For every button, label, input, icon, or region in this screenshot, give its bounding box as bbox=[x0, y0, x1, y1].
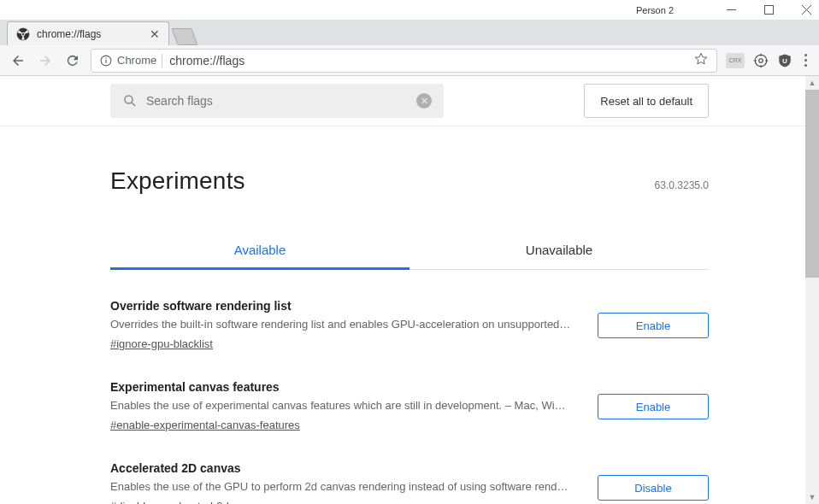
svg-point-12 bbox=[759, 58, 763, 62]
flag-anchor-link[interactable]: #ignore-gpu-blacklist bbox=[110, 337, 213, 350]
reset-all-button[interactable]: Reset all to default bbox=[584, 84, 709, 118]
top-panel: ✕ Reset all to default bbox=[0, 76, 819, 126]
version-label: 63.0.3235.0 bbox=[655, 179, 709, 191]
tab-title: chrome://flags bbox=[37, 28, 143, 40]
search-box[interactable]: ✕ bbox=[110, 84, 444, 118]
flag-title: Accelerated 2D canvas bbox=[110, 461, 580, 475]
maximize-icon[interactable] bbox=[763, 4, 775, 16]
svg-point-7 bbox=[22, 32, 24, 34]
svg-rect-1 bbox=[764, 6, 773, 15]
svg-text:U: U bbox=[782, 57, 787, 65]
browser-tab[interactable]: chrome://flags ✕ bbox=[7, 21, 169, 45]
flag-item: Experimental canvas features Enables the… bbox=[110, 380, 709, 432]
close-icon[interactable] bbox=[800, 4, 812, 16]
browser-menu-icon[interactable] bbox=[801, 54, 810, 67]
flag-title: Override software rendering list bbox=[110, 299, 580, 313]
flag-anchor-link[interactable]: #enable-experimental-canvas-features bbox=[110, 419, 300, 431]
reload-button[interactable] bbox=[63, 51, 82, 70]
scroll-down-icon[interactable]: ▼ bbox=[805, 490, 819, 504]
origin-label: Chrome bbox=[117, 54, 156, 67]
flag-title: Experimental canvas features bbox=[110, 380, 580, 394]
svg-rect-9 bbox=[105, 59, 106, 62]
flag-action-button[interactable]: Disable bbox=[598, 475, 709, 501]
search-input[interactable] bbox=[146, 94, 408, 108]
profile-label[interactable]: Person 2 bbox=[636, 5, 674, 15]
tab-strip: chrome://flags ✕ bbox=[0, 20, 819, 45]
url-text: chrome://flags bbox=[169, 54, 687, 67]
origin-chip: Chrome bbox=[100, 54, 162, 67]
search-icon bbox=[122, 93, 138, 108]
back-button[interactable] bbox=[9, 51, 27, 70]
radiation-icon bbox=[16, 27, 30, 41]
tab-available[interactable]: Available bbox=[110, 231, 410, 269]
flag-item: Override software rendering list Overrid… bbox=[110, 299, 709, 351]
svg-line-19 bbox=[132, 103, 135, 106]
tab-close-icon[interactable]: ✕ bbox=[150, 27, 160, 41]
info-icon bbox=[100, 55, 112, 67]
address-bar: Chrome chrome://flags CRX U bbox=[0, 45, 819, 76]
content-area: ✕ Reset all to default Experiments 63.0.… bbox=[0, 76, 819, 504]
window-titlebar: Person 2 bbox=[0, 0, 819, 20]
crx-extension-icon[interactable]: CRX bbox=[726, 53, 745, 68]
tabs-row: Available Unavailable bbox=[110, 231, 709, 270]
scroll-up-icon[interactable]: ▲ bbox=[805, 76, 819, 90]
scroll-thumb[interactable] bbox=[805, 90, 819, 278]
minimize-icon[interactable] bbox=[725, 4, 737, 16]
extension-icons: CRX U bbox=[726, 53, 792, 68]
search-clear-icon[interactable]: ✕ bbox=[416, 93, 432, 108]
ublock-extension-icon[interactable]: U bbox=[777, 53, 792, 68]
new-tab-button[interactable] bbox=[171, 28, 197, 45]
scroll-track[interactable] bbox=[805, 90, 819, 490]
forward-button bbox=[36, 51, 55, 70]
flag-description: Overrides the built-in software renderin… bbox=[110, 318, 580, 331]
svg-rect-10 bbox=[105, 57, 106, 58]
flag-anchor-link[interactable]: #disable-accelerated-2d-canvas bbox=[110, 500, 268, 504]
scrollbar[interactable]: ▲ ▼ bbox=[805, 76, 819, 504]
main-content: Experiments 63.0.3235.0 Available Unavai… bbox=[110, 126, 709, 504]
flag-action-button[interactable]: Enable bbox=[598, 313, 709, 338]
flag-action-button[interactable]: Enable bbox=[598, 394, 709, 419]
tab-unavailable[interactable]: Unavailable bbox=[410, 231, 709, 269]
svg-point-18 bbox=[125, 96, 133, 103]
flag-item: Accelerated 2D canvas Enables the use of… bbox=[110, 461, 709, 504]
bookmark-star-icon[interactable] bbox=[694, 52, 708, 69]
settings-extension-icon[interactable] bbox=[753, 53, 769, 68]
omnibox[interactable]: Chrome chrome://flags bbox=[91, 49, 717, 73]
page-title: Experiments bbox=[110, 167, 245, 195]
flag-description: Enables the use of experimental canvas f… bbox=[110, 399, 580, 412]
svg-point-11 bbox=[755, 55, 767, 67]
flag-description: Enables the use of the GPU to perform 2d… bbox=[110, 480, 580, 493]
